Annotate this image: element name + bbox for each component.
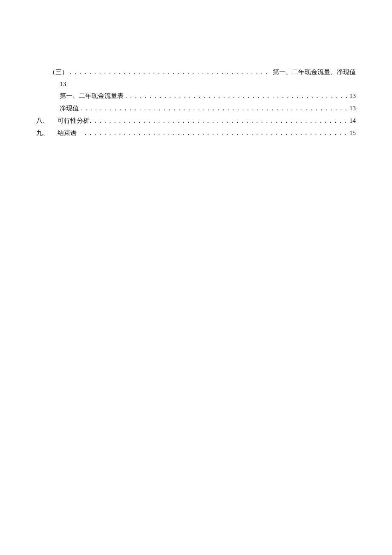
toc-leader [81,105,348,112]
toc: （三） 第一、二年现金流量、净现值 13 第一、二年现金流量表 13 净现值 1… [36,68,356,137]
toc-entry-conclusion: 九、 结束语 15 [36,129,356,137]
toc-leader [85,117,348,124]
toc-marker: 八、 [36,117,58,125]
toc-page-number: 14 [349,117,356,124]
toc-label: 净现值 [60,104,79,112]
toc-leader [70,69,271,76]
toc-marker: 九、 [36,129,58,137]
toc-page-continuation: 13 [36,81,356,88]
toc-right-text: 第一、二年现金流量、净现值 [273,68,356,76]
toc-label: 第一、二年现金流量表 [60,92,124,100]
toc-page-number: 15 [349,129,356,137]
toc-entry-feasibility: 八、 可行性分析 14 [36,117,356,125]
toc-leader [125,92,348,100]
toc-page-number: 13 [349,92,356,100]
toc-entry-cashflow-table: 第一、二年现金流量表 13 [36,92,356,100]
toc-entry-section-three: （三） 第一、二年现金流量、净现值 [36,68,356,76]
toc-label: （三） [49,68,68,76]
toc-entry-npv: 净现值 13 [36,104,356,112]
toc-page-number: 13 [60,81,66,87]
toc-label: 可行性分析 [58,117,83,125]
toc-page-number: 13 [349,105,356,112]
toc-label: 结束语 [58,129,83,137]
toc-leader [85,129,348,137]
